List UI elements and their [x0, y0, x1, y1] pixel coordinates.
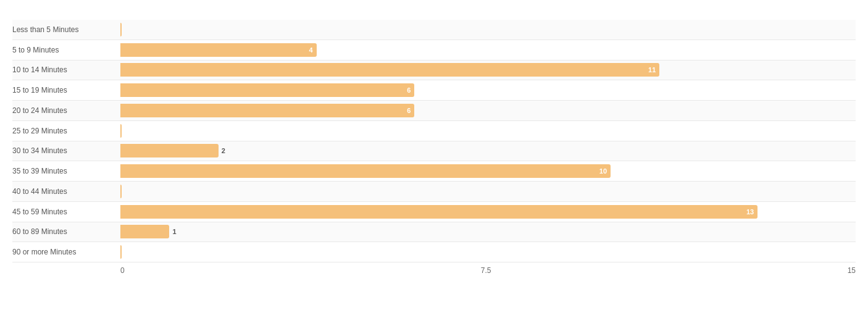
bar-fill: 6	[120, 83, 414, 97]
chart-area: Less than 5 Minutes5 to 9 Minutes410 to …	[12, 20, 856, 262]
bar-row: 40 to 44 Minutes	[12, 182, 856, 202]
bar-fill	[120, 23, 122, 36]
bar-label: 60 to 89 Minutes	[12, 227, 120, 236]
bar-track	[120, 121, 856, 141]
bar-fill: 2	[120, 144, 219, 157]
bar-fill: 11	[120, 63, 659, 77]
bar-fill: 1	[120, 225, 169, 238]
bar-fill: 10	[120, 164, 611, 178]
bar-label: 35 to 39 Minutes	[12, 167, 120, 175]
bar-row: 25 to 29 Minutes	[12, 121, 856, 141]
bar-value: 6	[407, 86, 411, 94]
bar-track: 6	[120, 101, 856, 120]
bar-track: 6	[120, 80, 856, 100]
bar-track	[120, 242, 856, 262]
bar-row: Less than 5 Minutes	[12, 20, 856, 40]
bar-row: 60 to 89 Minutes1	[12, 222, 856, 243]
bar-label: Less than 5 Minutes	[12, 25, 120, 34]
bar-label: 90 or more Minutes	[12, 248, 120, 256]
bar-label: 15 to 19 Minutes	[12, 86, 120, 94]
bar-label: 25 to 29 Minutes	[12, 127, 120, 135]
bar-fill: 6	[120, 104, 414, 117]
bar-track	[120, 20, 856, 40]
bar-value: 4	[309, 46, 313, 54]
bar-track: 4	[120, 40, 856, 60]
bar-fill	[120, 245, 122, 259]
bar-track: 10	[120, 161, 856, 181]
bar-fill: 4	[120, 43, 317, 57]
bar-label: 20 to 24 Minutes	[12, 106, 120, 115]
bar-row: 15 to 19 Minutes6	[12, 80, 856, 101]
bar-track: 2	[120, 141, 856, 161]
bar-track: 1	[120, 222, 856, 242]
bar-label: 10 to 14 Minutes	[12, 65, 120, 74]
bar-value: 13	[746, 208, 754, 216]
bar-label: 45 to 59 Minutes	[12, 208, 120, 216]
bar-value: 1	[172, 228, 176, 235]
chart-container: Less than 5 Minutes5 to 9 Minutes410 to …	[0, 0, 868, 323]
bar-row: 5 to 9 Minutes4	[12, 40, 856, 61]
bar-value: 2	[222, 147, 225, 154]
bar-value: 6	[407, 107, 411, 114]
bar-value: 11	[648, 66, 656, 73]
bar-row: 90 or more Minutes	[12, 242, 856, 262]
x-axis: 07.515	[120, 262, 856, 275]
bar-track: 11	[120, 61, 856, 80]
x-axis-labels: 07.515	[120, 266, 856, 275]
x-axis-label: 0	[120, 266, 125, 275]
bar-row: 10 to 14 Minutes11	[12, 61, 856, 81]
bar-row: 20 to 24 Minutes6	[12, 101, 856, 121]
bar-label: 5 to 9 Minutes	[12, 46, 120, 54]
bar-label: 40 to 44 Minutes	[12, 187, 120, 196]
bar-row: 35 to 39 Minutes10	[12, 161, 856, 182]
bar-row: 45 to 59 Minutes13	[12, 202, 856, 222]
bar-track	[120, 182, 856, 201]
bar-fill	[120, 124, 122, 138]
bar-fill	[120, 185, 122, 198]
x-axis-label: 7.5	[481, 266, 491, 275]
x-axis-label: 15	[848, 266, 856, 275]
bar-label: 30 to 34 Minutes	[12, 146, 120, 155]
bar-fill: 13	[120, 205, 757, 219]
bar-row: 30 to 34 Minutes2	[12, 141, 856, 162]
bar-value: 10	[599, 167, 607, 175]
bar-track: 13	[120, 202, 856, 222]
